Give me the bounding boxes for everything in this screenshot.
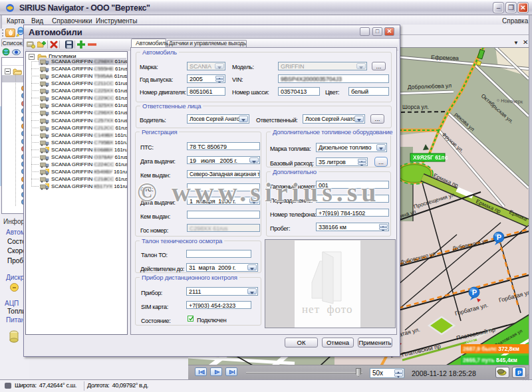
svg-text:Новочерк: Новочерк: [501, 98, 523, 105]
svg-text:P: P: [497, 233, 501, 241]
svg-text:P: P: [517, 369, 521, 376]
svg-text:Ефремова: Ефремова: [431, 54, 459, 61]
svg-text:Шорса ул.: Шорса ул.: [402, 104, 429, 110]
svg-text:Х9Я25Г 61пс: Х9Я25Г 61пс: [413, 154, 448, 161]
svg-text:P: P: [472, 288, 477, 296]
